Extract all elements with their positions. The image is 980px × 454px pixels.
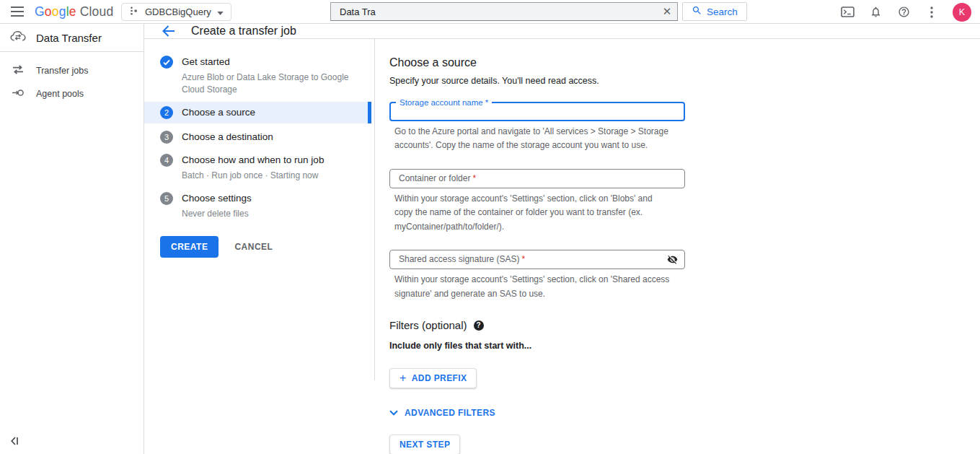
- search-input[interactable]: [331, 6, 657, 17]
- field-helper-text: Within your storage account's 'Settings'…: [394, 273, 670, 301]
- step-get-started[interactable]: Get started Azure Blob or Data Lake Stor…: [144, 51, 375, 102]
- visibility-off-icon[interactable]: [667, 254, 678, 267]
- step-choose-destination: 3 Choose a destination: [144, 126, 375, 149]
- logo-letter: g: [59, 4, 66, 19]
- advanced-filters-toggle[interactable]: ADVANCED FILTERS: [389, 408, 685, 418]
- search-icon: [692, 5, 702, 18]
- step-title: Choose settings: [182, 193, 252, 204]
- step-run-schedule: 4 Choose how and when to run job Batch ·…: [144, 149, 375, 187]
- page-header: Create a transfer job: [144, 24, 980, 39]
- step-title: Choose how and when to run job: [182, 154, 324, 165]
- sidebar-nav: Transfer jobs Agent pools: [0, 52, 144, 105]
- stepper: Get started Azure Blob or Data Lake Stor…: [144, 39, 375, 454]
- search-area: ✕ Search: [330, 2, 747, 21]
- transfer-jobs-icon: [12, 65, 24, 77]
- logo-letter: G: [35, 4, 45, 19]
- avatar[interactable]: K: [953, 3, 971, 22]
- container-or-folder-field[interactable]: Container or folder*: [389, 169, 685, 188]
- filters-heading: Filters (optional): [389, 319, 467, 331]
- notifications-icon[interactable]: [868, 5, 883, 19]
- sidebar-header: Data Transfer: [0, 24, 144, 52]
- data-transfer-icon: [10, 30, 26, 45]
- sidebar-item-transfer-jobs[interactable]: Transfer jobs: [0, 59, 144, 82]
- required-asterisk: *: [521, 254, 525, 264]
- step-subtitle: Batch · Run job once · Starting now: [182, 170, 355, 182]
- sidebar-product-title: Data Transfer: [36, 32, 102, 44]
- search-button-label: Search: [707, 6, 738, 17]
- logo-cloud-word: Cloud: [80, 4, 114, 19]
- menu-icon[interactable]: [10, 4, 25, 19]
- logo-letter: o: [52, 4, 59, 19]
- required-asterisk: *: [472, 173, 476, 183]
- avatar-initial: K: [959, 7, 965, 17]
- step-title: Choose a source: [182, 106, 255, 119]
- form-heading: Choose a source: [389, 56, 685, 69]
- sidebar-item-agent-pools[interactable]: Agent pools: [0, 82, 144, 105]
- step-subtitle: Never delete files: [182, 208, 355, 220]
- cloud-shell-icon[interactable]: [840, 5, 855, 19]
- search-button[interactable]: Search: [682, 2, 747, 21]
- project-switcher-icon: [129, 6, 139, 18]
- step-complete-icon: [160, 56, 173, 69]
- project-selector[interactable]: GDBCBigQuery: [121, 3, 231, 21]
- form-subheading: Specify your source details. You'll need…: [389, 76, 685, 86]
- create-button[interactable]: CREATE: [160, 236, 218, 258]
- step-title: Get started: [182, 56, 230, 67]
- logo-letter: e: [69, 4, 76, 19]
- advanced-filters-label: ADVANCED FILTERS: [405, 408, 495, 418]
- step-number-badge: 2: [160, 106, 173, 119]
- logo-letter: o: [45, 4, 52, 19]
- sidebar-item-label: Transfer jobs: [36, 66, 88, 76]
- storage-account-name-input[interactable]: [391, 103, 684, 120]
- sas-field[interactable]: Shared access signature (SAS)*: [389, 250, 685, 269]
- filters-heading-row: Filters (optional) ?: [389, 319, 685, 331]
- field-label: Shared access signature (SAS)*: [390, 250, 684, 269]
- top-bar: Google Cloud GDBCBigQuery ✕ Search: [0, 0, 980, 24]
- help-icon[interactable]: [896, 5, 911, 19]
- chevron-down-icon: [217, 6, 224, 17]
- step-title: Choose a destination: [182, 131, 273, 144]
- chevron-down-icon: [389, 408, 398, 418]
- stepper-actions: CREATE CANCEL: [160, 236, 375, 258]
- cancel-button[interactable]: CANCEL: [234, 242, 273, 252]
- field-helper-text: Within your storage account's 'Settings'…: [394, 192, 670, 234]
- source-form: Choose a source Specify your source deta…: [375, 39, 685, 454]
- agent-pools-icon: [12, 88, 24, 100]
- sidebar-item-label: Agent pools: [36, 89, 84, 99]
- main-panel: Create a transfer job Get started Azure …: [144, 24, 980, 454]
- filters-help-icon[interactable]: ?: [474, 320, 484, 331]
- content-area: Get started Azure Blob or Data Lake Stor…: [144, 39, 980, 454]
- add-prefix-row: + ADD PREFIX: [389, 368, 685, 388]
- prefix-rule-label: Include only files that start with...: [389, 341, 685, 351]
- collapse-panel-icon[interactable]: [10, 437, 19, 448]
- clear-icon[interactable]: ✕: [657, 2, 677, 21]
- plus-icon: +: [399, 374, 407, 383]
- storage-account-name-field[interactable]: Storage account name*: [389, 102, 685, 121]
- topbar-actions: K: [840, 0, 971, 24]
- step-choose-settings: 5 Choose settings Never delete files: [144, 187, 375, 225]
- app-frame: Data Transfer Transfer jobs Agent pools: [0, 24, 980, 454]
- field-helper-text: Go to the Azure portal and navigate to '…: [394, 125, 670, 153]
- step-subtitle: Azure Blob or Data Lake Storage to Googl…: [182, 71, 355, 97]
- page-title: Create a transfer job: [191, 25, 296, 38]
- google-cloud-logo[interactable]: Google Cloud: [35, 4, 113, 19]
- search-box[interactable]: ✕: [330, 2, 678, 21]
- add-prefix-button[interactable]: + ADD PREFIX: [389, 368, 477, 388]
- step-choose-source[interactable]: 2 Choose a source: [144, 102, 371, 123]
- add-prefix-label: ADD PREFIX: [412, 373, 467, 383]
- project-name: GDBCBigQuery: [145, 6, 211, 17]
- next-step-button[interactable]: NEXT STEP: [389, 435, 460, 454]
- field-label: Container or folder*: [390, 170, 684, 188]
- sidebar: Data Transfer Transfer jobs Agent pools: [0, 24, 144, 454]
- step-number-badge: 5: [160, 192, 173, 205]
- back-icon[interactable]: [162, 24, 176, 38]
- step-number-badge: 4: [160, 154, 173, 167]
- next-step-row: NEXT STEP: [389, 435, 685, 454]
- more-vert-icon[interactable]: [924, 5, 939, 19]
- step-number-badge: 3: [160, 131, 173, 144]
